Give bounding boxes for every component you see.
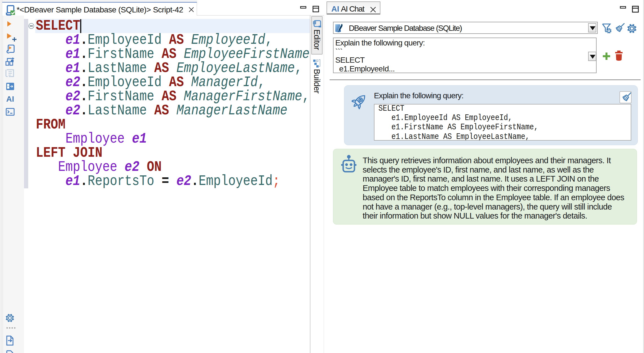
svg-text:AI: AI: [6, 95, 14, 103]
